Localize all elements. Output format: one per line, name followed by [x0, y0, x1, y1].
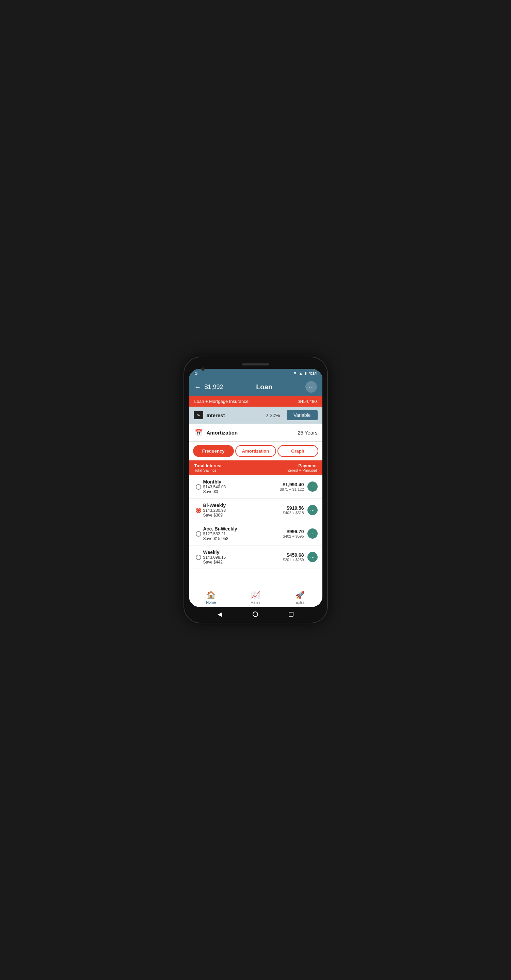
freq-name: Bi-Weekly: [203, 503, 283, 508]
nav-label-rates: Rates: [251, 600, 260, 605]
freq-options-button[interactable]: ⋯: [307, 505, 318, 515]
loan-banner-value: $454,480: [298, 399, 317, 404]
more-menu-button[interactable]: ⋯: [306, 381, 317, 393]
amortization-label: Amortization: [207, 430, 295, 436]
radio-col: [194, 484, 203, 490]
nav-item-home[interactable]: 🏠 Home: [189, 587, 234, 607]
phone-screen: ⊙ ▼ ▲ ▮ 4:14 ← $1,992 Loan ⋯ Loan + Mort…: [189, 369, 322, 607]
nav-icon-extra: 🚀: [296, 591, 305, 600]
freq-info: Weekly $143,098.15 Save $442: [203, 550, 283, 565]
freq-payment: $1,993.40 $871 + $1,122: [280, 482, 304, 492]
th-total-interest: Total Interest: [194, 463, 222, 468]
frequency-item: Weekly $143,098.15 Save $442 $459.68 $20…: [189, 546, 322, 569]
freq-info: Acc. Bi-Weekly $127,582.21 Save $15,958: [203, 526, 283, 541]
loan-banner: Loan + Mortgage Insurance $454,480: [189, 396, 322, 407]
nav-item-extra[interactable]: 🚀 Extra: [278, 587, 322, 607]
th-payment: Payment: [298, 463, 317, 468]
freq-save: Save $0: [203, 489, 280, 494]
amortization-row: 📅 Amortization 25 Years: [189, 424, 322, 442]
interest-rate: 2.30%: [266, 412, 280, 418]
back-button[interactable]: ←: [194, 383, 201, 391]
bottom-nav: 🏠 Home 📈 Rates 🚀 Extra: [189, 587, 322, 607]
nav-label-home: Home: [206, 600, 216, 605]
nav-item-rates[interactable]: 📈 Rates: [233, 587, 278, 607]
loan-banner-label: Loan + Mortgage Insurance: [194, 399, 248, 404]
frequency-item: Bi-Weekly $143,230.93 Save $309 $919.56 …: [189, 498, 322, 522]
freq-payment: $996.70 $402 + $595: [283, 529, 304, 538]
frequency-item: Monthly $143,540.03 Save $0 $1,993.40 $8…: [189, 475, 322, 498]
radio-col: [194, 507, 203, 513]
interest-label: Interest: [207, 412, 262, 418]
tab-amortization[interactable]: Amortization: [235, 445, 276, 457]
nav-label-extra: Extra: [296, 600, 304, 605]
radio-col: [194, 530, 203, 537]
freq-info: Bi-Weekly $143,230.93 Save $309: [203, 503, 283, 517]
tab-graph[interactable]: Graph: [277, 445, 318, 457]
freq-name: Acc. Bi-Weekly: [203, 526, 283, 531]
freq-name: Weekly: [203, 550, 283, 555]
back-nav-button[interactable]: ◀: [218, 611, 222, 618]
freq-payment: $919.56 $402 + $518: [283, 505, 304, 515]
time-display: 4:14: [309, 371, 317, 375]
table-header-right: Payment Interest + Principal: [286, 463, 317, 472]
wifi-icon: ▼: [293, 371, 297, 375]
nav-icon-rates: 📈: [251, 591, 260, 600]
circle-icon: ⊙: [194, 371, 198, 375]
freq-options-button[interactable]: ⋯: [307, 482, 318, 492]
camera-dot: [201, 368, 205, 371]
freq-interest: $143,540.03: [203, 485, 280, 489]
th-total-savings: Total Savings: [194, 468, 222, 472]
radio-button[interactable]: [196, 555, 201, 560]
table-header: Total Interest Total Savings Payment Int…: [189, 460, 322, 475]
freq-payment-amount: $996.70: [283, 529, 304, 534]
tab-frequency[interactable]: Frequency: [193, 445, 234, 457]
battery-icon: ▮: [304, 371, 307, 375]
interest-chart-icon: ∿: [194, 411, 203, 419]
nav-icon-home: 🏠: [206, 591, 215, 600]
table-header-left: Total Interest Total Savings: [194, 463, 222, 472]
home-nav-button[interactable]: [253, 611, 258, 617]
radio-button[interactable]: [196, 484, 201, 490]
freq-payment: $459.68 $201 + $259: [283, 552, 304, 562]
freq-save: Save $309: [203, 513, 283, 517]
th-interest-principal: Interest + Principal: [286, 468, 317, 472]
app-bar-amount: $1,992: [205, 383, 223, 391]
freq-payment-breakdown: $871 + $1,122: [280, 487, 304, 492]
status-left: ⊙: [194, 371, 198, 375]
amortization-value: 25 Years: [298, 430, 317, 436]
freq-payment-breakdown: $402 + $518: [283, 511, 304, 515]
freq-name: Monthly: [203, 479, 280, 485]
radio-col: [194, 554, 203, 560]
freq-payment-amount: $459.68: [283, 552, 304, 558]
android-nav: ◀: [189, 611, 322, 618]
freq-info: Monthly $143,540.03 Save $0: [203, 479, 280, 494]
app-bar: ← $1,992 Loan ⋯: [189, 378, 322, 396]
freq-save: Save $15,958: [203, 536, 283, 541]
status-right: ▼ ▲ ▮ 4:14: [293, 371, 317, 375]
freq-payment-amount: $1,993.40: [280, 482, 304, 487]
variable-button[interactable]: Variable: [287, 410, 317, 420]
radio-button[interactable]: [196, 508, 201, 513]
freq-interest: $143,230.93: [203, 508, 283, 513]
freq-options-button[interactable]: ⋯: [307, 552, 318, 562]
signal-icon: ▲: [299, 371, 303, 375]
interest-row: ∿ Interest 2.30% Variable: [189, 407, 322, 424]
app-bar-title: Loan: [256, 383, 272, 391]
calendar-icon: 📅: [194, 428, 203, 437]
freq-interest: $127,582.21: [203, 531, 283, 536]
freq-payment-amount: $919.56: [283, 505, 304, 511]
freq-options-button[interactable]: ⋯: [307, 528, 318, 539]
freq-interest: $143,098.15: [203, 555, 283, 560]
frequency-list: Monthly $143,540.03 Save $0 $1,993.40 $8…: [189, 475, 322, 587]
freq-payment-breakdown: $402 + $595: [283, 534, 304, 538]
recents-nav-button[interactable]: [289, 612, 293, 617]
freq-payment-breakdown: $201 + $259: [283, 558, 304, 562]
tab-row: Frequency Amortization Graph: [189, 442, 322, 460]
radio-button[interactable]: [196, 531, 201, 537]
frequency-item: Acc. Bi-Weekly $127,582.21 Save $15,958 …: [189, 522, 322, 546]
status-bar: ⊙ ▼ ▲ ▮ 4:14: [189, 369, 322, 378]
phone-shell: ⊙ ▼ ▲ ▮ 4:14 ← $1,992 Loan ⋯ Loan + Mort…: [184, 357, 327, 623]
app-bar-left: ← $1,992: [194, 383, 223, 391]
freq-save: Save $442: [203, 560, 283, 565]
